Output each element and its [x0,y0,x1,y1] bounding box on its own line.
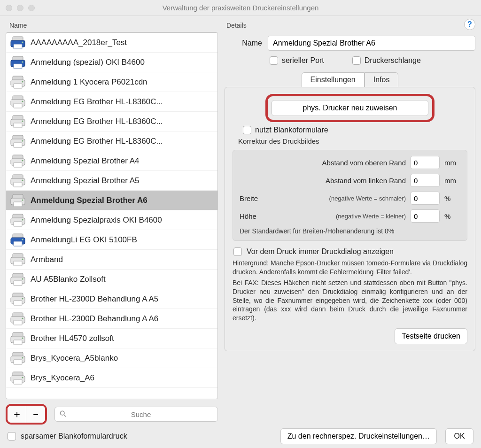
titlebar: Verwaltung der praxisweiten Druckereinst… [0,0,481,16]
printer-icon [10,55,26,70]
list-item[interactable]: Anmeldung Spezialpraxis OKI B4600 [6,210,217,230]
window-title: Verwaltung der praxisweiten Druckereinst… [163,4,319,12]
search-icon [60,410,66,418]
serial-port-label: serieller Port [282,56,324,65]
serial-port-checkbox[interactable] [270,56,278,65]
testpage-button[interactable]: Testseite drucken [395,328,467,344]
list-item[interactable]: Anmeldung Spezial Brother A4 [6,151,217,171]
tab-infos[interactable]: Infos [365,72,399,87]
printer-queue-label: Druckerschlange [365,56,421,65]
remove-button[interactable]: － [26,406,45,423]
printer-icon [10,174,26,188]
printer-icon [10,115,26,129]
details-header: Details [225,22,475,29]
help-text-1: Hintergrund: Manche Epson-Drucker müssen… [233,259,467,277]
list-item-label: Anmeldung EG Brother HL-L8360C... [31,137,163,146]
search-field-wrap[interactable] [54,407,218,422]
zoom-icon[interactable] [28,5,35,11]
left-margin-field[interactable] [411,174,440,187]
printer-icon [10,371,26,385]
list-item[interactable]: Brys_Kyocera_A6 [6,368,217,388]
list-item-label: Armband [31,255,63,264]
unit-mm: mm [444,159,460,167]
list-item[interactable]: AAAAAAAAA_2018er_Test [6,33,217,53]
name-label: Name [225,39,262,47]
top-margin-label: Abstand vom oberen Rand [240,159,406,167]
assign-highlight: phys. Drucker neu zuweisen [265,94,434,122]
printer-icon [10,36,26,50]
list-item-label: Brother HL4570 zollsoft [31,334,114,343]
list-item-label: Anmeldung Spezial Brother A5 [31,176,140,185]
tab-panel-settings: phys. Drucker neu zuweisen nutzt Blankof… [225,87,475,351]
list-item[interactable]: Anmeldung EG Brother HL-L8360C... [6,92,217,112]
svg-point-8 [60,411,64,415]
list-item-label: Brother HL-2300D Behandlung A A6 [31,314,158,324]
height-field[interactable] [411,209,440,223]
correction-label: Korrektur des Druckbildes [238,137,467,145]
list-item-label: Anmeldung Spezialpraxis OKI B4600 [31,216,162,225]
printer-icon [10,213,26,227]
list-item[interactable]: AnmeldungLi EG OKI 5100FB [6,230,217,250]
close-icon[interactable] [6,5,12,11]
printer-queue-checkbox[interactable] [352,56,361,65]
show-print-dialog-label: Vor dem Druck immer Druckdialog anzeigen [247,247,394,256]
svg-line-9 [64,415,66,417]
printer-icon [10,272,26,286]
width-note: (negative Werte = schmaler) [268,195,406,202]
list-item[interactable]: Anmeldung (spezial) OKI B4600 [6,53,217,72]
list-item-label: Brys_Kyocera_A5blanko [31,354,118,363]
minimize-icon[interactable] [17,5,23,11]
printer-icon [10,134,26,148]
left-margin-label: Abstand vom linken Rand [240,177,406,185]
list-item[interactable]: Anmeldung EG Brother HL-L8360C... [6,112,217,131]
show-print-dialog-checkbox[interactable] [233,247,242,256]
assign-physical-printer-button[interactable]: phys. Drucker neu zuweisen [272,100,428,116]
add-button[interactable]: ＋ [8,406,26,423]
height-label: Höhe [240,212,263,220]
uses-blank-forms-label: nutzt Blankoformulare [255,126,328,134]
tab-settings[interactable]: Einstellungen [302,72,365,87]
list-item[interactable]: Anmeldung EG Brother HL-L8360C... [6,131,217,151]
list-item-label: Anmeldung EG Brother HL-L8360C... [31,97,163,107]
printer-icon [10,332,26,346]
printer-icon [10,292,26,306]
list-item[interactable]: AU A5Blanko Zollsoft [6,270,217,289]
name-field[interactable] [268,36,475,51]
width-field[interactable] [411,192,440,205]
printer-list[interactable]: AAAAAAAAA_2018er_TestAnmeldung (spezial)… [6,33,217,399]
window-controls [6,5,35,11]
printer-icon [10,351,26,365]
list-item[interactable]: Anmeldung 1 Kyocera P6021cdn [6,72,217,92]
printer-icon [10,154,26,168]
width-label: Breite [240,194,263,202]
list-item[interactable]: Anmeldung Spezial Brother A5 [6,171,217,191]
sparsam-checkbox[interactable] [8,432,16,440]
ok-button[interactable]: OK [445,428,473,444]
list-item-label: Anmeldung 1 Kyocera P6021cdn [31,77,147,87]
list-item-label: AnmeldungLi EG OKI 5100FB [31,235,137,245]
printer-icon [10,233,26,247]
printer-icon [10,253,26,267]
list-item-label: Brys_Kyocera_A6 [31,373,94,383]
unit-pct: % [444,194,460,202]
search-input[interactable] [69,410,213,419]
help-button[interactable]: ? [464,19,475,30]
list-item-label: Anmeldung (spezial) OKI B4600 [31,58,145,67]
list-item-label: Brother HL-2300D Behandlung A A5 [31,294,158,304]
sparsam-label: sparsamer Blankoformulardruck [21,432,127,440]
list-item[interactable]: Brother HL-2300D Behandlung A A6 [6,309,217,329]
list-item[interactable]: Anmeldung Spezial Brother A6 [6,191,217,210]
uses-blank-forms-checkbox[interactable] [243,126,251,134]
column-header-name[interactable]: Name [6,20,218,32]
list-item[interactable]: Brother HL4570 zollsoft [6,329,217,348]
list-item-label: Anmeldung Spezial Brother A4 [31,156,140,166]
add-remove-controls: ＋ － [6,404,47,425]
correction-panel: Abstand vom oberen Rand mm Abstand vom l… [233,150,467,241]
top-margin-field[interactable] [411,156,440,169]
list-item[interactable]: Brother HL-2300D Behandlung A A5 [6,289,217,309]
details-tabs: Einstellungen Infos [225,72,475,87]
to-machine-settings-button[interactable]: Zu den rechnerspez. Druckeinstellungen… [280,428,437,444]
list-item[interactable]: Brys_Kyocera_A5blanko [6,348,217,368]
list-item[interactable]: Armband [6,250,217,270]
unit-pct2: % [444,212,460,220]
